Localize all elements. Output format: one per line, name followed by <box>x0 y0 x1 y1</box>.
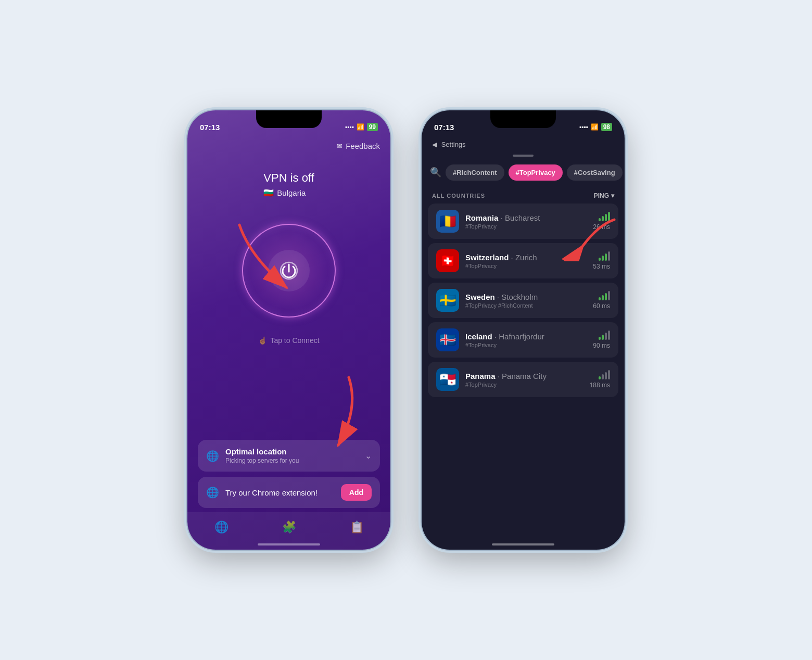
flag-panama: 🇵🇦 <box>436 368 459 391</box>
flag-switzerland: 🇨🇭 <box>436 249 459 272</box>
server-list: 🇷🇴 Romania · Bucharest #TopPrivacy 26 ms <box>422 204 625 401</box>
power-icon <box>278 260 299 281</box>
server-item-romania[interactable]: 🇷🇴 Romania · Bucharest #TopPrivacy 26 ms <box>428 204 618 239</box>
signal-icon-right: ▪▪▪▪ <box>579 123 588 131</box>
sort-chevron-icon: ▾ <box>611 192 614 199</box>
tab-puzzle[interactable]: 🧩 <box>282 521 296 534</box>
ping-bars-switzerland <box>599 251 610 261</box>
tab-list[interactable]: 📋 <box>350 521 364 534</box>
ping-ms-switzerland: 53 ms <box>593 263 610 270</box>
server-item-sweden[interactable]: 🇸🇪 Sweden · Stockholm #TopPrivacy #RichC… <box>428 283 618 318</box>
time-left: 07:13 <box>200 123 220 132</box>
status-icons-left: ▪▪▪▪ 📶 99 <box>345 123 378 131</box>
bar1 <box>599 297 601 300</box>
battery-left: 99 <box>367 123 378 131</box>
ping-sort-button[interactable]: PING ▾ <box>594 192 614 199</box>
flag-romania: 🇷🇴 <box>436 210 459 233</box>
location-card-text: Optimal location Picking top servers for… <box>225 447 299 464</box>
ping-ms-romania: 26 ms <box>593 223 610 231</box>
left-phone: 07:13 ▪▪▪▪ 📶 99 ✉ Feedback VPN is off 🇧🇬… <box>187 110 390 550</box>
bar1 <box>599 376 601 379</box>
ping-ms-sweden: 60 ms <box>593 302 610 310</box>
bar4 <box>608 291 610 300</box>
notch <box>256 110 322 128</box>
ping-bars-sweden <box>599 291 610 300</box>
ping-ms-iceland: 90 ms <box>593 342 610 349</box>
wifi-icon: 📶 <box>357 123 364 131</box>
ping-ms-panama: 188 ms <box>590 382 610 389</box>
vpn-status-text: VPN is off <box>263 171 314 185</box>
filter-richcontent[interactable]: #RichContent <box>446 164 504 181</box>
bar4 <box>608 331 610 340</box>
bar1 <box>599 258 601 261</box>
bar3 <box>605 293 607 300</box>
server-ping-romania: 26 ms <box>593 212 610 231</box>
location-card-left: 🌐 Optimal location Picking top servers f… <box>206 447 299 464</box>
location-row: 🇧🇬 Bulgaria <box>263 188 314 198</box>
server-name-romania: Romania · Bucharest <box>465 213 587 222</box>
tap-connect-text: Tap to Connect <box>270 336 319 345</box>
time-right: 07:13 <box>434 123 454 132</box>
right-phone: 07:13 ▪▪▪▪ 📶 98 ◀ Settings 🔍 #RichConten… <box>422 110 625 550</box>
optimal-location-title: Optimal location <box>225 447 299 456</box>
feedback-label: Feedback <box>346 142 380 150</box>
chevron-down-icon: ⌄ <box>365 451 372 461</box>
server-info-iceland: Iceland · Hafnarfjordur #TopPrivacy <box>465 332 587 348</box>
bar4 <box>608 212 610 221</box>
server-ping-sweden: 60 ms <box>593 291 610 310</box>
tab-globe[interactable]: 🌐 <box>214 521 229 534</box>
home-indicator-left <box>258 543 320 545</box>
home-indicator-right <box>492 543 554 545</box>
drag-handle <box>513 155 534 157</box>
flag-sweden: 🇸🇪 <box>436 289 459 312</box>
server-tag-iceland: #TopPrivacy <box>465 342 587 348</box>
globe-icon: 🌐 <box>206 450 219 462</box>
filter-costsaving[interactable]: #CostSaving <box>567 164 623 181</box>
power-button[interactable] <box>268 250 310 291</box>
bar3 <box>605 372 607 379</box>
back-arrow-icon: ◀ <box>432 141 437 148</box>
feedback-button[interactable]: ✉ Feedback <box>337 142 380 150</box>
power-container <box>232 213 346 328</box>
server-item-switzerland[interactable]: 🇨🇭 Switzerland · Zurich #TopPrivacy 53 m… <box>428 243 618 278</box>
bar4 <box>608 370 610 379</box>
bar3 <box>605 253 607 261</box>
server-info-sweden: Sweden · Stockholm #TopPrivacy #RichCont… <box>465 293 587 309</box>
signal-icon: ▪▪▪▪ <box>345 123 354 131</box>
wifi-icon-right: 📶 <box>591 123 599 131</box>
server-ping-switzerland: 53 ms <box>593 251 610 270</box>
server-item-iceland[interactable]: 🇮🇸 Iceland · Hafnarfjordur #TopPrivacy 9… <box>428 322 618 358</box>
ping-bars-romania <box>599 212 610 221</box>
search-button[interactable]: 🔍 <box>430 163 441 182</box>
location-text: Bulgaria <box>277 188 306 197</box>
bar3 <box>605 214 607 221</box>
server-tag-panama: #TopPrivacy <box>465 382 583 388</box>
tap-connect: ☝ Tap to Connect <box>258 336 319 345</box>
bar4 <box>608 251 610 261</box>
chrome-icon: 🌐 <box>206 486 219 499</box>
chrome-text: Try our Chrome extension! <box>225 488 335 497</box>
filter-topprivacy[interactable]: #TopPrivacy <box>509 164 563 181</box>
bar2 <box>602 335 604 340</box>
server-name-switzerland: Switzerland · Zurich <box>465 253 587 262</box>
server-info-romania: Romania · Bucharest #TopPrivacy <box>465 213 587 230</box>
hand-icon: ☝ <box>258 336 267 345</box>
add-extension-button[interactable]: Add <box>341 484 372 501</box>
bottom-cards: 🌐 Optimal location Picking top servers f… <box>198 440 380 508</box>
server-item-panama[interactable]: 🇵🇦 Panama · Panama City #TopPrivacy 188 … <box>428 362 618 397</box>
server-name-sweden: Sweden · Stockholm <box>465 293 587 301</box>
countries-label: ALL COUNTRIES <box>432 193 485 199</box>
bar2 <box>602 216 604 221</box>
back-navigation[interactable]: ◀ Settings <box>422 136 625 150</box>
filter-row: 🔍 #RichContent #TopPrivacy #CostSaving <box>422 163 625 188</box>
bar2 <box>602 256 604 261</box>
server-tag-switzerland: #TopPrivacy <box>465 263 587 269</box>
bar1 <box>599 218 601 221</box>
ping-bars-panama <box>599 370 610 379</box>
server-tag-romania: #TopPrivacy <box>465 223 587 230</box>
flag-left: 🇧🇬 <box>263 188 274 198</box>
server-name-panama: Panama · Panama City <box>465 372 583 380</box>
back-label: Settings <box>441 141 466 148</box>
countries-header: ALL COUNTRIES PING ▾ <box>422 188 625 204</box>
optimal-location-card[interactable]: 🌐 Optimal location Picking top servers f… <box>198 440 380 472</box>
